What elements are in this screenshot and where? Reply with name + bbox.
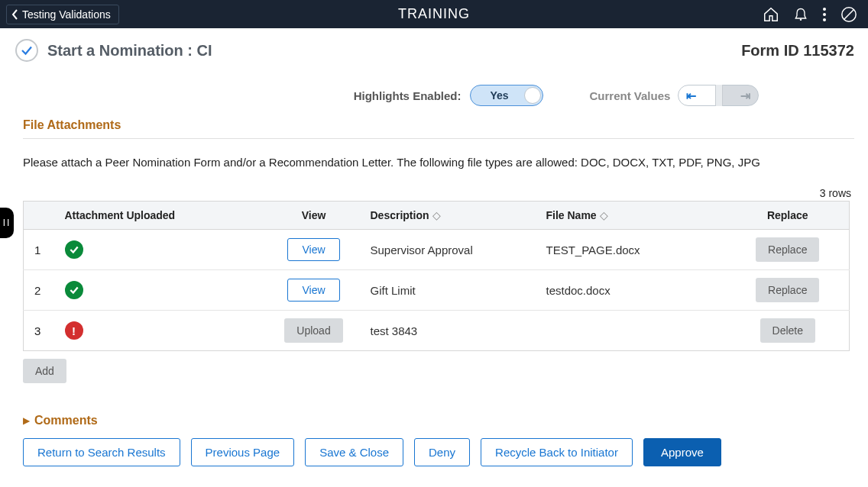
replace-button[interactable]: Replace xyxy=(756,237,819,262)
home-icon[interactable] xyxy=(763,6,779,23)
view-button[interactable]: View xyxy=(287,238,339,261)
app-title: TRAINING xyxy=(398,6,470,22)
col-rownum xyxy=(24,202,54,230)
deny-button[interactable]: Deny xyxy=(414,438,470,466)
svg-point-2 xyxy=(823,13,826,16)
cell-filename xyxy=(536,311,727,351)
controls-row: Highlights Enabled: Yes Current Values ⇤… xyxy=(0,69,868,112)
view-button[interactable]: View xyxy=(287,279,339,302)
row-number: 3 xyxy=(24,311,54,351)
comments-label: Comments xyxy=(34,414,98,427)
back-breadcrumb[interactable]: Testing Validations xyxy=(6,5,119,24)
bell-icon[interactable] xyxy=(793,6,808,23)
back-breadcrumb-label: Testing Validations xyxy=(22,8,111,21)
arrow-right-stop-icon: ⇥ xyxy=(740,89,750,103)
upload-button[interactable]: Upload xyxy=(284,318,342,343)
action-button-row: Return to Search Results Previous Page S… xyxy=(23,438,854,466)
compass-icon[interactable] xyxy=(840,6,857,23)
cell-action: Replace xyxy=(727,230,850,270)
status-ok-icon xyxy=(65,281,83,299)
file-attachments-section: File Attachments Please attach a Peer No… xyxy=(0,118,868,466)
highlights-label: Highlights Enabled: xyxy=(354,89,462,102)
comments-toggle[interactable]: ▶ Comments xyxy=(23,414,854,427)
cell-status: ! xyxy=(54,311,268,351)
cell-status xyxy=(54,230,268,270)
cell-description: Gift Limit xyxy=(360,270,536,311)
col-attached[interactable]: Attachment Uploaded xyxy=(54,202,268,230)
section-divider xyxy=(23,138,854,139)
svg-point-0 xyxy=(800,18,802,21)
row-number: 1 xyxy=(24,230,54,270)
page-header: Start a Nomination : CI Form ID 115372 xyxy=(0,28,868,69)
current-values-label: Current Values xyxy=(589,89,670,102)
status-badge xyxy=(15,39,38,62)
banner-actions xyxy=(763,6,868,23)
col-filename[interactable]: File Name◇ xyxy=(536,202,727,230)
attachments-table: Attachment Uploaded View Description◇ Fi… xyxy=(23,201,850,351)
cell-description: Supervisor Approval xyxy=(360,230,536,270)
table-row: 2ViewGift Limittestdoc.docxReplace xyxy=(24,270,850,311)
row-count: 3 rows xyxy=(23,187,854,199)
sort-icon: ◇ xyxy=(600,209,608,221)
previous-page-button[interactable]: Previous Page xyxy=(191,438,295,466)
form-id: Form ID 115372 xyxy=(741,42,854,60)
table-row: 1ViewSupervisor ApprovalTEST_PAGE.docxRe… xyxy=(24,230,850,270)
app-banner: Testing Validations TRAINING xyxy=(0,0,868,28)
table-row: 3!Uploadtest 3843Delete xyxy=(24,311,850,351)
highlights-toggle[interactable]: Yes xyxy=(470,85,543,106)
svg-point-3 xyxy=(823,18,826,21)
cell-filename: testdoc.docx xyxy=(536,270,727,311)
cell-action: Replace xyxy=(727,270,850,311)
slider-handle xyxy=(715,85,723,106)
status-ok-icon xyxy=(65,240,83,259)
chevron-left-icon xyxy=(11,9,19,20)
kebab-menu-icon[interactable] xyxy=(822,7,827,22)
side-drawer-handle[interactable]: II xyxy=(0,208,14,238)
recycle-button[interactable]: Recycle Back to Initiator xyxy=(481,438,633,466)
cell-view: View xyxy=(268,230,360,270)
return-to-search-button[interactable]: Return to Search Results xyxy=(23,438,180,466)
current-values-slider[interactable]: ⇤ ⇥ xyxy=(678,85,759,106)
row-number: 2 xyxy=(24,270,54,311)
triangle-right-icon: ▶ xyxy=(23,415,30,426)
section-title: File Attachments xyxy=(23,118,854,132)
form-id-value: 115372 xyxy=(803,42,854,59)
status-error-icon: ! xyxy=(65,321,83,340)
sort-icon: ◇ xyxy=(432,209,441,221)
cell-action: Delete xyxy=(727,311,850,351)
form-id-label: Form ID xyxy=(741,42,799,59)
replace-button[interactable]: Replace xyxy=(756,278,819,302)
add-row-button[interactable]: Add xyxy=(23,359,66,383)
delete-button[interactable]: Delete xyxy=(760,318,815,343)
col-description[interactable]: Description◇ xyxy=(360,202,536,230)
check-icon xyxy=(20,44,34,57)
arrow-left-stop-icon: ⇤ xyxy=(686,89,696,103)
cell-status xyxy=(54,270,268,311)
svg-point-1 xyxy=(823,8,826,11)
cell-view: View xyxy=(268,270,360,311)
save-close-button[interactable]: Save & Close xyxy=(305,438,403,466)
col-view[interactable]: View xyxy=(268,202,360,230)
col-replace[interactable]: Replace xyxy=(727,202,850,230)
svg-line-5 xyxy=(844,9,854,19)
attachment-instructions: Please attach a Peer Nomination Form and… xyxy=(23,156,854,169)
cell-view: Upload xyxy=(268,311,360,351)
page-title: Start a Nomination : CI xyxy=(47,42,212,60)
cell-filename: TEST_PAGE.docx xyxy=(536,230,727,270)
cell-description: test 3843 xyxy=(360,311,536,351)
approve-button[interactable]: Approve xyxy=(643,438,721,466)
